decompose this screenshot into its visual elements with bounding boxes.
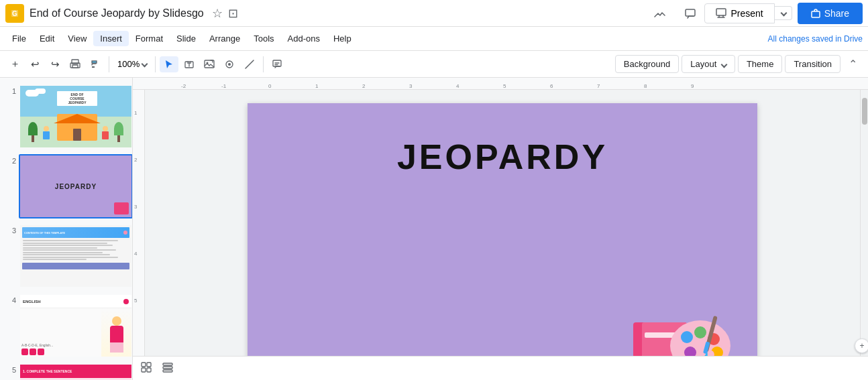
separator-2: [155, 56, 156, 72]
text-box-tool[interactable]: [180, 56, 199, 72]
layout-button[interactable]: Layout: [682, 55, 735, 73]
print-button[interactable]: [66, 56, 85, 72]
menu-file[interactable]: File: [5, 31, 33, 46]
svg-rect-31: [142, 368, 146, 372]
menu-slide[interactable]: Slide: [170, 31, 203, 46]
present-dropdown[interactable]: [775, 6, 792, 20]
image-tool[interactable]: [200, 56, 219, 72]
svg-rect-4: [716, 9, 726, 15]
ruler-vertical: 1 2 3 4 5: [133, 90, 145, 356]
menu-bar: File Edit View Insert Format Slide Arran…: [0, 27, 868, 51]
folder-icon[interactable]: ⊡: [228, 6, 238, 21]
ruler-horizontal: -2 -1 0 1 2 3 4 5 6 7 8 9: [133, 78, 868, 90]
menu-edit[interactable]: Edit: [33, 31, 61, 46]
present-label: Present: [730, 8, 763, 19]
slide-thumb-2[interactable]: JEOPARDY: [19, 154, 133, 218]
analytics-button[interactable]: [645, 3, 673, 23]
svg-rect-8: [72, 65, 78, 68]
slide-item-2[interactable]: 2 JEOPARDY: [3, 153, 129, 220]
svg-point-22: [694, 326, 706, 338]
slide-canvas[interactable]: JEOPARDY: [248, 103, 757, 356]
svg-point-21: [681, 331, 693, 343]
slide-item-4[interactable]: 4 ENGLISH A-B-C-D-E, English...: [3, 292, 129, 359]
comment-button[interactable]: [268, 56, 286, 72]
slide-thumb-5[interactable]: 1. COMPLETE THE SENTENCE: [19, 363, 133, 380]
theme-button[interactable]: Theme: [738, 55, 782, 73]
share-button[interactable]: Share: [798, 3, 863, 24]
svg-rect-9: [92, 66, 95, 68]
select-tool[interactable]: [160, 56, 178, 72]
svg-rect-34: [163, 367, 172, 369]
svg-rect-5: [812, 11, 820, 17]
slide-2-title: JEOPARDY: [55, 183, 97, 190]
svg-rect-29: [142, 363, 146, 367]
canvas-container: -2 -1 0 1 2 3 4 5 6 7 8 9 1 2 3 4 5: [133, 78, 868, 380]
redo-button[interactable]: ↪: [46, 56, 64, 73]
svg-rect-33: [163, 363, 172, 365]
toolbar: ＋ ↩ ↪ 100% Background Layout Theme: [0, 51, 868, 78]
slide-main-title[interactable]: JEOPARDY: [397, 137, 608, 177]
menu-insert[interactable]: Insert: [93, 31, 129, 46]
scrollbar-vertical[interactable]: +: [860, 90, 868, 356]
slide-number-5: 5: [4, 363, 16, 374]
slide-canvas-area[interactable]: JEOPARDY: [145, 90, 860, 356]
main-content: 1 END OFCOURSE: [0, 78, 868, 380]
slide-thumb-3[interactable]: CONTENTS OF THIS TEMPLATE: [19, 224, 133, 288]
comments-button[interactable]: [676, 3, 704, 23]
list-view-button[interactable]: [160, 359, 176, 378]
share-label: Share: [824, 8, 849, 19]
separator-3: [263, 56, 264, 72]
layout-chevron-icon: [720, 62, 727, 68]
background-button[interactable]: Background: [615, 55, 679, 73]
star-icon[interactable]: ☆: [212, 6, 223, 21]
slide-item-5[interactable]: 5 1. COMPLETE THE SENTENCE: [3, 362, 129, 380]
svg-rect-30: [147, 363, 151, 367]
svg-rect-35: [163, 370, 172, 372]
slide-number-2: 2: [4, 154, 16, 165]
add-slide-button[interactable]: ＋: [5, 55, 24, 73]
zoom-value: 100%: [117, 59, 140, 69]
svg-text:G: G: [12, 10, 17, 17]
line-tool[interactable]: [240, 56, 259, 72]
canvas-body: 1 2 3 4 5 JEOPARDY: [133, 90, 868, 356]
bottom-bar: [133, 356, 868, 380]
zoom-chevron-icon: [142, 61, 148, 68]
add-canvas-button[interactable]: +: [855, 338, 868, 353]
slide-number-1: 1: [4, 84, 16, 95]
art-decoration: [630, 296, 737, 356]
doc-title: End of Course Jeopardy by Slidesgo: [30, 7, 204, 19]
slide-number-3: 3: [4, 224, 16, 235]
slides-panel: 1 END OFCOURSE: [0, 78, 133, 380]
transition-button[interactable]: Transition: [785, 55, 840, 73]
undo-button[interactable]: ↩: [25, 56, 44, 73]
menu-view[interactable]: View: [61, 31, 93, 46]
separator-1: [109, 56, 109, 72]
collapse-toolbar-button[interactable]: ⌃: [843, 55, 863, 73]
zoom-control[interactable]: 100%: [113, 58, 151, 70]
slide-item-3[interactable]: 3 CONTENTS OF THIS TEMPLATE: [3, 223, 129, 290]
paint-format-button[interactable]: [86, 56, 105, 72]
grid-view-button[interactable]: [138, 359, 154, 378]
menu-addons[interactable]: Add-ons: [281, 31, 327, 46]
slide-number-4: 4: [4, 294, 16, 304]
slide-thumb-4[interactable]: ENGLISH A-B-C-D-E, English...: [19, 294, 133, 358]
menu-arrange[interactable]: Arrange: [203, 31, 247, 46]
app-logo: G: [5, 4, 24, 23]
menu-tools[interactable]: Tools: [247, 31, 280, 46]
svg-point-14: [228, 63, 231, 66]
present-button[interactable]: Present: [704, 3, 774, 23]
slide-item-1[interactable]: 1 END OFCOURSE: [3, 83, 129, 150]
svg-rect-3: [686, 9, 695, 16]
menu-format[interactable]: Format: [129, 31, 170, 46]
slide-thumb-1[interactable]: END OFCOURSEJEOPARDY: [19, 84, 133, 149]
svg-rect-32: [147, 368, 151, 372]
slide-toolbar: Background Layout Theme Transition ⌃: [615, 55, 863, 73]
title-bar: G End of Course Jeopardy by Slidesgo ☆ ⊡…: [0, 0, 868, 27]
menu-help[interactable]: Help: [327, 31, 358, 46]
chevron-down-icon: [780, 10, 787, 17]
autosave-status: All changes saved in Drive: [768, 34, 863, 44]
shapes-tool[interactable]: [220, 56, 239, 72]
